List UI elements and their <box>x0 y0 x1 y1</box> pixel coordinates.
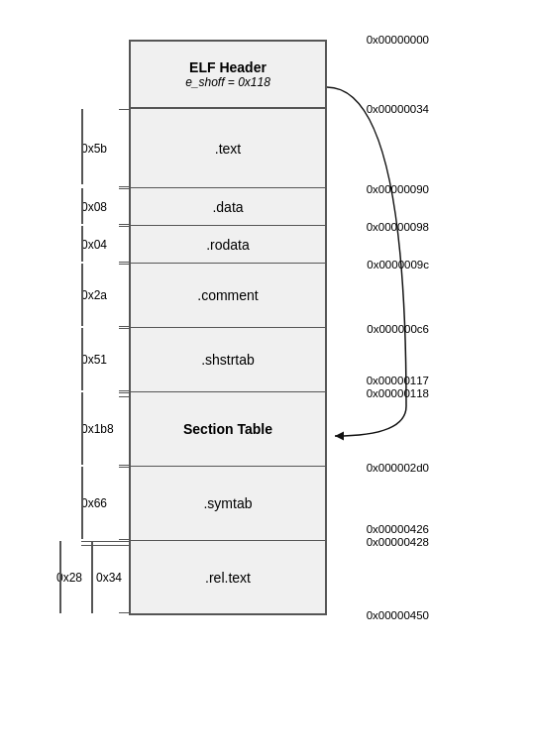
shstrtab-section: .shstrtab 0x51 0x00000117 0x00000118 <box>129 328 327 392</box>
size-text: 0x5b <box>81 142 107 156</box>
size-bar-rel-text-2 <box>91 541 93 613</box>
elf-header-section: ELF Header e_shoff = 0x118 0x00000000 0x… <box>129 40 327 109</box>
text-label: .text <box>215 141 241 157</box>
size-data: 0x08 <box>81 200 107 214</box>
size-bar-data <box>81 188 83 224</box>
addr-0x00000000: 0x00000000 <box>367 34 429 46</box>
addr-0x00000090: 0x00000090 <box>367 183 429 195</box>
size-bar-rodata <box>81 226 83 262</box>
rel-text-section: .rel.text 0x28 0x34 0x00000450 <box>129 541 327 615</box>
rodata-label: .rodata <box>206 237 250 253</box>
size-bar-shstrtab <box>81 328 83 390</box>
size-rel-text-2: 0x34 <box>96 571 122 585</box>
data-section: .data 0x08 0x00000098 <box>129 188 327 226</box>
data-label: .data <box>212 199 243 215</box>
addr-0x00000426: 0x00000426 <box>367 523 429 535</box>
section-table-section: Section Table 0x1b8 0x000002d0 <box>129 392 327 467</box>
addr-0x000002d0: 0x000002d0 <box>367 462 429 474</box>
symtab-label: .symtab <box>203 495 252 511</box>
size-bar-rel-text-1 <box>59 541 61 613</box>
addr-0x00000117: 0x00000117 <box>367 375 429 386</box>
addr-0x0000009c: 0x0000009c <box>367 259 429 270</box>
comment-label: .comment <box>197 287 258 303</box>
size-symtab: 0x66 <box>81 496 107 510</box>
addr-0x000000c6: 0x000000c6 <box>367 323 429 335</box>
size-bar-text <box>81 109 83 184</box>
size-bar-section-table <box>81 392 83 465</box>
text-section: .text 0x5b 0x00000090 <box>129 109 327 188</box>
size-bar-comment <box>81 264 83 326</box>
shstrtab-label: .shstrtab <box>201 352 255 368</box>
size-section-table: 0x1b8 <box>81 422 114 436</box>
size-rodata: 0x04 <box>81 238 107 252</box>
size-bar-symtab <box>81 467 83 539</box>
section-table-label: Section Table <box>183 421 272 437</box>
addr-0x00000428: 0x00000428 <box>367 536 429 548</box>
addr-0x00000118-top: 0x00000118 <box>367 387 429 399</box>
comment-section: .comment 0x2a 0x000000c6 <box>129 264 327 328</box>
rodata-section: .rodata 0x04 0x0000009c <box>129 226 327 264</box>
symtab-section: .symtab 0x66 0x00000426 0x00000428 <box>129 467 327 541</box>
elf-header-label: ELF Header <box>189 59 267 75</box>
elf-header-sublabel: e_shoff = 0x118 <box>185 75 270 89</box>
addr-0x00000450: 0x00000450 <box>367 609 429 621</box>
rel-text-label: .rel.text <box>205 570 251 586</box>
size-shstrtab: 0x51 <box>81 353 107 367</box>
elf-diagram: ELF Header e_shoff = 0x118 0x00000000 0x… <box>20 20 515 733</box>
addr-0x00000098: 0x00000098 <box>367 221 429 233</box>
addr-0x00000034: 0x00000034 <box>367 103 429 115</box>
size-comment: 0x2a <box>81 288 107 302</box>
